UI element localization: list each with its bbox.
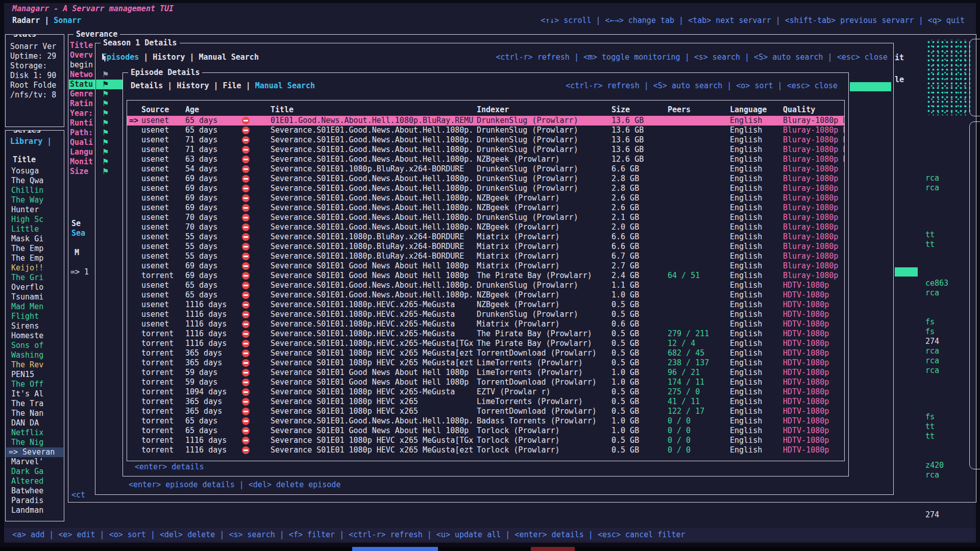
- release-row[interactable]: usenet65 daysSeverance.S01E01.Good.News.…: [127, 126, 844, 135]
- release-row[interactable]: usenet69 daysSeverance.S01E01.Good.News.…: [127, 174, 844, 184]
- series-field-label[interactable]: Langu: [70, 147, 95, 157]
- series-list-item[interactable]: Sirens: [6, 321, 63, 331]
- series-list-item[interactable]: Mask Gi: [6, 234, 63, 244]
- series-list-item[interactable]: DAN DA: [6, 418, 63, 428]
- release-row[interactable]: torrent365 daysSeverance S01E01 1080p HE…: [127, 407, 844, 416]
- no-entry-icon: [242, 330, 250, 338]
- release-row[interactable]: usenet71 daysSeverance.S01E01.Good.News.…: [127, 145, 844, 155]
- series-field-label[interactable]: Path:: [70, 128, 95, 138]
- release-row[interactable]: torrent1116 daysSeverance.S01E01.1080p.H…: [127, 329, 844, 339]
- tab-sonarr[interactable]: Sonarr: [54, 16, 81, 25]
- release-row[interactable]: usenet69 daysSeverance.S01E01.Good.News.…: [127, 184, 844, 193]
- series-list-item[interactable]: Dark Ga: [6, 467, 63, 477]
- series-list-item[interactable]: The Rev: [6, 360, 63, 370]
- series-list-item[interactable]: PEN15: [6, 370, 63, 380]
- series-list-item[interactable]: The Emp: [6, 244, 63, 254]
- release-row[interactable]: usenet70 daysSeverance.S01E01.Good.News.…: [127, 222, 844, 232]
- tab-episodes[interactable]: Episodes: [102, 53, 139, 62]
- release-row[interactable]: usenet65 daysSeverance.S01E01.Good.News.…: [127, 290, 844, 300]
- series-list-item[interactable]: Altered: [6, 477, 63, 486]
- series-list-item[interactable]: Landman: [6, 506, 63, 515]
- series-list-item[interactable]: Overflo: [6, 283, 63, 292]
- release-row[interactable]: =>usenet65 days01E01.Good.News.About.Hel…: [127, 116, 844, 126]
- no-entry-icon: [242, 272, 250, 280]
- release-row[interactable]: torrent365 daysSeverance S01E01 1080p HE…: [127, 397, 844, 407]
- release-quality: Bluray-1080p: [783, 232, 844, 242]
- series-list-item[interactable]: Sons of: [6, 341, 63, 350]
- release-row[interactable]: usenet70 daysSeverance.S01E01.Good.News.…: [127, 213, 844, 222]
- series-field-label[interactable]: Size: [70, 167, 95, 177]
- tab-library[interactable]: Library |: [10, 137, 52, 146]
- release-row[interactable]: usenet65 daysSeverance.S01E01.Good.News.…: [127, 281, 844, 290]
- release-row[interactable]: usenet55 daysSeverance.S01E01.1080p.BluR…: [127, 242, 844, 252]
- series-list-item[interactable]: Washing: [6, 350, 63, 360]
- release-quality: HDTV-1080p: [783, 290, 844, 300]
- release-row[interactable]: usenet55 daysSeverance.S01E01.1080p.BluR…: [127, 252, 844, 261]
- series-list-item[interactable]: The Tra: [6, 399, 63, 409]
- series-field-label[interactable]: Runti: [70, 118, 95, 128]
- tab-history[interactable]: History: [177, 81, 209, 90]
- release-row[interactable]: usenet1116 daysSeverance.S01E01.1080p.HE…: [127, 310, 844, 319]
- tab-manual-search[interactable]: Manual Search: [199, 53, 259, 62]
- series-field-label[interactable]: Overv: [70, 51, 95, 60]
- tab-file[interactable]: File: [223, 81, 241, 90]
- release-row[interactable]: usenet69 daysSeverance S01E01 Good News …: [127, 261, 844, 271]
- tab-manual-search[interactable]: Manual Search: [255, 81, 315, 90]
- series-list-item[interactable]: The Off: [6, 380, 63, 389]
- release-row[interactable]: usenet71 daysSeverance.S01E01.Good.News.…: [127, 135, 844, 145]
- series-field-label[interactable]: begin: [70, 60, 95, 70]
- series-list-item[interactable]: Mad Men: [6, 302, 63, 312]
- series-list-item[interactable]: The Gri: [6, 273, 63, 283]
- series-list-item[interactable]: Homeste: [6, 331, 63, 341]
- release-row[interactable]: torrent1116 daysSeverance S01E01 1080p H…: [127, 436, 844, 445]
- series-list-item[interactable]: The Way: [6, 195, 63, 205]
- release-row[interactable]: torrent1116 daysSeverance S01E01 1080p H…: [127, 445, 844, 455]
- series-list-item[interactable]: Chillin: [6, 186, 63, 195]
- release-row[interactable]: usenet1116 daysSeverance.S01E01.1080p.HE…: [127, 300, 844, 310]
- release-row[interactable]: torrent59 daysSeverance S01E01 Good News…: [127, 368, 844, 378]
- series-list-item[interactable]: Tsunami: [6, 292, 63, 302]
- release-row[interactable]: usenet1116 daysSeverance.S01E01.1080p.HE…: [127, 319, 844, 329]
- series-list-item[interactable]: Yosuga: [6, 166, 63, 176]
- release-row[interactable]: torrent69 daysSeverance S01E01 Good News…: [127, 271, 844, 281]
- release-row[interactable]: torrent365 daysSeverance S01E01 1080p HE…: [127, 348, 844, 358]
- series-field-label[interactable]: Year:: [70, 109, 95, 118]
- row-selection-marker: [127, 368, 141, 378]
- release-row[interactable]: torrent65 daysSeverance S01E01 Good News…: [127, 426, 844, 436]
- release-row[interactable]: torrent365 daysSeverance S01E01 1080p HE…: [127, 358, 844, 368]
- series-list-item[interactable]: The Qwa: [6, 176, 63, 186]
- release-row[interactable]: torrent59 daysSeverance S01E01 Good News…: [127, 378, 844, 387]
- release-row[interactable]: torrent65 daysSeverance.S01E01.Good.News…: [127, 416, 844, 426]
- release-row[interactable]: usenet69 daysSeverance.S01E01.Good.News.…: [127, 203, 844, 213]
- release-row[interactable]: usenet54 daysSeverance.S01E01.1080p.BluR…: [127, 164, 844, 174]
- tab-radarr[interactable]: Radarr: [12, 16, 40, 25]
- series-list-item[interactable]: The Nig: [6, 438, 63, 447]
- series-list-item[interactable]: Paradis: [6, 496, 63, 506]
- release-row[interactable]: usenet69 daysSeverance.S01E01.Good.News.…: [127, 193, 844, 203]
- series-list-item[interactable]: The Nan: [6, 409, 63, 418]
- series-field-label[interactable]: Title: [70, 41, 95, 51]
- series-list-item[interactable]: Hunter: [6, 205, 63, 215]
- series-list-item[interactable]: The Emp: [6, 254, 63, 263]
- tab-history[interactable]: History: [153, 53, 185, 62]
- series-field-label[interactable]: Netwo: [70, 70, 95, 80]
- series-field-label[interactable]: Monit: [70, 157, 95, 167]
- release-row[interactable]: usenet55 daysSeverance.S01E01.1080p.BluR…: [127, 232, 844, 242]
- series-field-label[interactable]: Genre: [70, 89, 95, 99]
- series-list-item[interactable]: => Severan: [6, 447, 63, 457]
- series-field-label[interactable]: Ratin: [70, 99, 95, 109]
- series-list-item[interactable]: Batwhee: [6, 486, 63, 496]
- release-row[interactable]: torrent1094 daysSeverance S01E01 1080p H…: [127, 387, 844, 397]
- series-list-item[interactable]: High Sc: [6, 215, 63, 224]
- release-row[interactable]: torrent1116 daysSeverance.S01E01.1080p.H…: [127, 339, 844, 348]
- series-list-item[interactable]: Marvel': [6, 457, 63, 467]
- series-list-item[interactable]: Flight: [6, 312, 63, 321]
- tab-details[interactable]: Details: [131, 81, 163, 90]
- series-list-item[interactable]: It's Al: [6, 389, 63, 399]
- series-field-label[interactable]: Quali: [70, 138, 95, 147]
- release-row[interactable]: usenet63 daysSeverance.S01E01.Good.News.…: [127, 155, 844, 164]
- series-list-item[interactable]: Keijo!!: [6, 263, 63, 273]
- series-list-item[interactable]: Netflix: [6, 428, 63, 438]
- series-list-item[interactable]: Little: [6, 224, 63, 234]
- series-field-label[interactable]: Statu: [69, 80, 96, 89]
